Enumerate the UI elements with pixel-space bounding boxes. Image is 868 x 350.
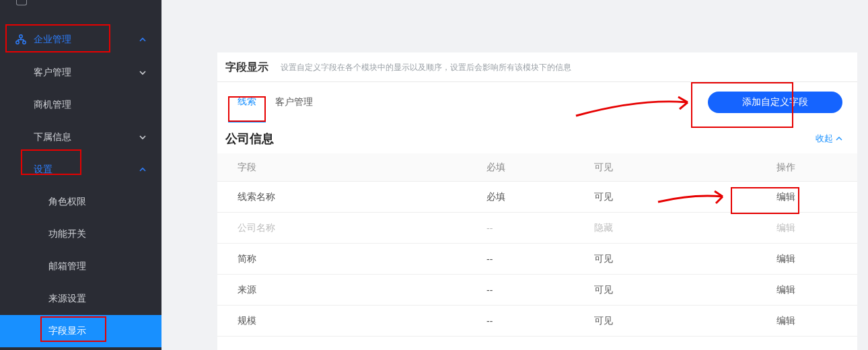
sidebar-label-feature: 功能开关 <box>48 228 86 240</box>
tab-leads[interactable]: 线索 <box>228 82 266 123</box>
collapse-toggle[interactable]: 收起 <box>816 133 842 145</box>
sidebar-item-settings[interactable]: 设置 <box>0 153 161 186</box>
cell-required: -- <box>486 285 594 295</box>
svg-point-2 <box>23 41 26 44</box>
tabs-row: 线索 客户管理 添加自定义字段 <box>217 82 857 123</box>
sidebar-item-source[interactable]: 来源设置 <box>0 283 161 315</box>
cell-field: 来源 <box>238 284 486 296</box>
truncated-top-icon <box>16 0 27 5</box>
cell-field: 公司名称 <box>238 222 486 234</box>
tab-label-leads: 线索 <box>238 96 256 108</box>
sidebar-item-feature[interactable]: 功能开关 <box>0 218 161 250</box>
edit-link[interactable]: 编辑 <box>729 222 842 234</box>
section-header: 公司信息 收起 <box>217 123 857 153</box>
table-row: 来源 -- 可见 编辑 <box>217 275 857 306</box>
main-panel: 字段显示 设置自定义字段在各个模块中的显示以及顺序，设置后会影响所有该模块下的信… <box>217 53 857 350</box>
svg-point-0 <box>20 35 22 38</box>
sidebar-label-subordinate: 下属信息 <box>34 131 71 143</box>
chevron-down-icon <box>139 133 147 141</box>
sidebar-label-customer: 客户管理 <box>34 67 71 79</box>
collapse-label: 收起 <box>816 133 833 145</box>
col-visible: 可见 <box>594 162 729 174</box>
cell-visible: 可见 <box>594 315 729 327</box>
svg-point-1 <box>16 41 19 44</box>
table-row: 线索名称 必填 可见 编辑 <box>217 182 857 213</box>
sidebar-label-source: 来源设置 <box>48 293 86 305</box>
sidebar-item-opportunity[interactable]: 商机管理 <box>0 89 161 121</box>
sidebar-label-fielddisplay: 字段显示 <box>48 325 86 337</box>
edit-link[interactable]: 编辑 <box>729 191 842 203</box>
edit-link[interactable]: 编辑 <box>729 253 842 265</box>
edit-link[interactable]: 编辑 <box>729 315 842 327</box>
cell-field: 简称 <box>238 253 486 265</box>
cell-field: 规模 <box>238 315 486 327</box>
sidebar-item-enterprise[interactable]: 企业管理 <box>0 23 161 57</box>
cell-visible: 可见 <box>594 191 729 203</box>
fields-table: 字段 必填 可见 操作 线索名称 必填 可见 编辑 公司名称 -- 隐藏 编辑 … <box>217 153 857 337</box>
cell-required: -- <box>486 223 594 234</box>
edit-link[interactable]: 编辑 <box>729 284 842 296</box>
sidebar-item-fielddisplay[interactable]: 字段显示 <box>0 315 161 347</box>
add-button-label: 添加自定义字段 <box>742 96 808 107</box>
cell-field: 线索名称 <box>238 191 486 203</box>
tabs: 线索 客户管理 <box>228 82 708 123</box>
cell-visible: 可见 <box>594 284 729 296</box>
col-field: 字段 <box>238 162 486 174</box>
cell-visible: 可见 <box>594 253 729 265</box>
page-title: 字段显示 <box>225 61 268 75</box>
sidebar-label-settings: 设置 <box>34 164 52 176</box>
chevron-down-icon <box>139 69 147 77</box>
cell-required: -- <box>486 316 594 326</box>
panel-header: 字段显示 设置自定义字段在各个模块中的显示以及顺序，设置后会影响所有该模块下的信… <box>217 53 857 82</box>
table-header-row: 字段 必填 可见 操作 <box>217 153 857 182</box>
sidebar-item-role[interactable]: 角色权限 <box>0 186 161 218</box>
sidebar-label-role: 角色权限 <box>48 196 86 208</box>
cell-visible: 隐藏 <box>594 222 729 234</box>
chevron-up-icon <box>139 36 147 44</box>
table-row: 简称 -- 可见 编辑 <box>217 244 857 275</box>
chevron-up-icon <box>836 135 842 142</box>
sidebar-label-mail: 邮箱管理 <box>48 260 86 273</box>
section-title: 公司信息 <box>225 131 274 147</box>
cell-required: 必填 <box>486 191 594 203</box>
page-description: 设置自定义字段在各个模块中的显示以及顺序，设置后会影响所有该模块下的信息 <box>281 62 571 73</box>
sidebar-item-subordinate[interactable]: 下属信息 <box>0 121 161 153</box>
sidebar: 企业管理 客户管理 商机管理 下属信息 设置 角色权限 功能开关 邮箱管理 来源… <box>0 0 161 350</box>
chevron-up-icon <box>139 166 147 174</box>
tab-customer[interactable]: 客户管理 <box>266 82 322 123</box>
sidebar-item-mail[interactable]: 邮箱管理 <box>0 250 161 283</box>
sidebar-label-opportunity: 商机管理 <box>34 99 71 111</box>
col-op: 操作 <box>729 162 842 174</box>
org-icon <box>15 34 27 46</box>
tab-label-customer: 客户管理 <box>275 96 313 108</box>
table-row: 公司名称 -- 隐藏 编辑 <box>217 213 857 244</box>
add-custom-field-button[interactable]: 添加自定义字段 <box>708 92 842 113</box>
cell-required: -- <box>486 254 594 265</box>
col-required: 必填 <box>486 162 594 174</box>
sidebar-label-enterprise: 企业管理 <box>34 34 71 46</box>
table-row: 规模 -- 可见 编辑 <box>217 306 857 337</box>
sidebar-item-customer[interactable]: 客户管理 <box>0 57 161 89</box>
